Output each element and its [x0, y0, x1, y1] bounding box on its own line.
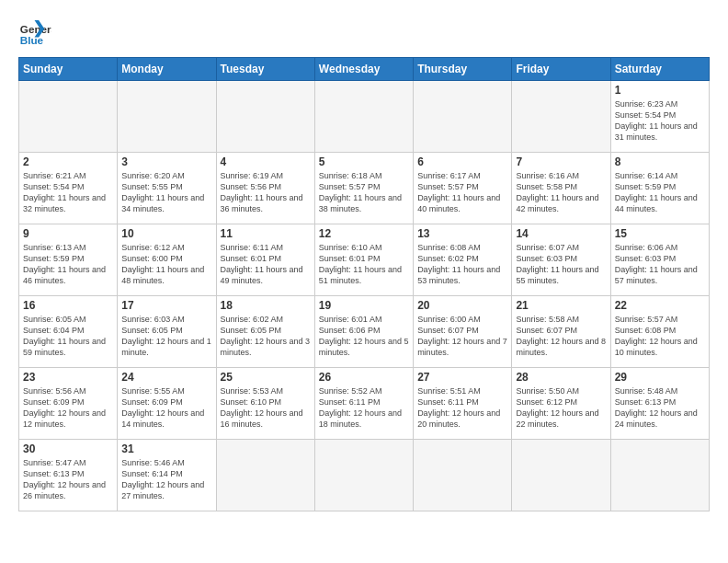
day-number: 15 — [615, 227, 705, 240]
day-number: 11 — [221, 227, 311, 240]
day-info: Sunrise: 6:14 AM Sunset: 5:59 PM Dayligh… — [615, 170, 705, 215]
day-info: Sunrise: 5:53 AM Sunset: 6:10 PM Dayligh… — [221, 385, 311, 431]
calendar-week-5: 23Sunrise: 5:56 AM Sunset: 6:09 PM Dayli… — [19, 368, 710, 440]
day-info: Sunrise: 5:58 AM Sunset: 6:07 PM Dayligh… — [516, 314, 606, 359]
day-info: Sunrise: 6:02 AM Sunset: 6:05 PM Dayligh… — [221, 314, 311, 359]
calendar-cell — [314, 440, 413, 511]
weekday-header-tuesday: Tuesday — [216, 58, 314, 81]
day-number: 9 — [23, 227, 113, 240]
calendar-cell: 12Sunrise: 6:10 AM Sunset: 6:01 PM Dayli… — [314, 224, 413, 296]
calendar-cell: 4Sunrise: 6:19 AM Sunset: 5:56 PM Daylig… — [216, 153, 314, 224]
day-info: Sunrise: 6:16 AM Sunset: 5:58 PM Dayligh… — [516, 170, 606, 215]
header: General Blue — [18, 15, 710, 48]
day-number: 14 — [516, 227, 606, 240]
day-number: 28 — [516, 371, 606, 384]
day-info: Sunrise: 6:08 AM Sunset: 6:02 PM Dayligh… — [417, 242, 507, 287]
calendar-cell: 26Sunrise: 5:52 AM Sunset: 6:11 PM Dayli… — [314, 368, 413, 440]
calendar-cell: 29Sunrise: 5:48 AM Sunset: 6:13 PM Dayli… — [610, 368, 709, 440]
day-number: 30 — [23, 442, 113, 455]
calendar-cell — [216, 440, 314, 511]
day-number: 8 — [615, 155, 705, 168]
calendar-cell: 24Sunrise: 5:55 AM Sunset: 6:09 PM Dayli… — [118, 368, 216, 440]
calendar-cell: 16Sunrise: 6:05 AM Sunset: 6:04 PM Dayli… — [19, 296, 118, 368]
day-number: 13 — [417, 227, 507, 240]
svg-text:Blue: Blue — [20, 34, 44, 46]
day-info: Sunrise: 5:51 AM Sunset: 6:11 PM Dayligh… — [417, 385, 507, 431]
calendar-cell: 8Sunrise: 6:14 AM Sunset: 5:59 PM Daylig… — [610, 153, 709, 224]
day-info: Sunrise: 6:05 AM Sunset: 6:04 PM Dayligh… — [23, 314, 113, 359]
calendar-cell: 1Sunrise: 6:23 AM Sunset: 5:54 PM Daylig… — [610, 81, 709, 153]
calendar-cell: 17Sunrise: 6:03 AM Sunset: 6:05 PM Dayli… — [118, 296, 216, 368]
day-info: Sunrise: 5:56 AM Sunset: 6:09 PM Dayligh… — [23, 385, 113, 431]
logo-icon: General Blue — [18, 15, 51, 48]
day-number: 3 — [121, 155, 211, 168]
day-number: 23 — [23, 371, 113, 384]
day-number: 12 — [319, 227, 409, 240]
calendar-cell — [414, 81, 512, 153]
day-number: 17 — [121, 299, 211, 312]
calendar-cell: 15Sunrise: 6:06 AM Sunset: 6:03 PM Dayli… — [610, 224, 709, 296]
day-info: Sunrise: 6:12 AM Sunset: 6:00 PM Dayligh… — [121, 242, 211, 287]
calendar-cell — [118, 81, 216, 153]
weekday-header-monday: Monday — [118, 58, 216, 81]
day-info: Sunrise: 6:11 AM Sunset: 6:01 PM Dayligh… — [221, 242, 311, 287]
day-info: Sunrise: 6:19 AM Sunset: 5:56 PM Dayligh… — [221, 170, 311, 215]
calendar-cell: 7Sunrise: 6:16 AM Sunset: 5:58 PM Daylig… — [512, 153, 610, 224]
day-number: 16 — [23, 299, 113, 312]
day-number: 1 — [615, 84, 705, 97]
day-info: Sunrise: 5:50 AM Sunset: 6:12 PM Dayligh… — [516, 385, 606, 431]
calendar-cell: 10Sunrise: 6:12 AM Sunset: 6:00 PM Dayli… — [118, 224, 216, 296]
day-number: 6 — [417, 155, 507, 168]
calendar-cell — [512, 81, 610, 153]
calendar-cell: 3Sunrise: 6:20 AM Sunset: 5:55 PM Daylig… — [118, 153, 216, 224]
calendar-cell: 31Sunrise: 5:46 AM Sunset: 6:14 PM Dayli… — [118, 440, 216, 511]
calendar-cell: 23Sunrise: 5:56 AM Sunset: 6:09 PM Dayli… — [19, 368, 118, 440]
day-info: Sunrise: 6:00 AM Sunset: 6:07 PM Dayligh… — [417, 314, 507, 359]
weekday-header-row: SundayMondayTuesdayWednesdayThursdayFrid… — [19, 58, 710, 81]
day-info: Sunrise: 5:48 AM Sunset: 6:13 PM Dayligh… — [615, 385, 705, 431]
day-number: 25 — [221, 371, 311, 384]
weekday-header-sunday: Sunday — [19, 58, 118, 81]
day-number: 2 — [23, 155, 113, 168]
calendar-week-4: 16Sunrise: 6:05 AM Sunset: 6:04 PM Dayli… — [19, 296, 710, 368]
day-info: Sunrise: 5:57 AM Sunset: 6:08 PM Dayligh… — [615, 314, 705, 359]
day-number: 24 — [121, 371, 211, 384]
calendar-cell — [314, 81, 413, 153]
calendar-cell — [512, 440, 610, 511]
weekday-header-saturday: Saturday — [610, 58, 709, 81]
day-number: 4 — [221, 155, 311, 168]
day-info: Sunrise: 6:17 AM Sunset: 5:57 PM Dayligh… — [417, 170, 507, 215]
day-number: 31 — [121, 442, 211, 455]
day-info: Sunrise: 6:03 AM Sunset: 6:05 PM Dayligh… — [121, 314, 211, 359]
day-number: 18 — [221, 299, 311, 312]
day-number: 21 — [516, 299, 606, 312]
day-info: Sunrise: 5:52 AM Sunset: 6:11 PM Dayligh… — [319, 385, 409, 431]
calendar-cell: 5Sunrise: 6:18 AM Sunset: 5:57 PM Daylig… — [314, 153, 413, 224]
day-number: 7 — [516, 155, 606, 168]
weekday-header-wednesday: Wednesday — [314, 58, 413, 81]
calendar-cell: 19Sunrise: 6:01 AM Sunset: 6:06 PM Dayli… — [314, 296, 413, 368]
day-number: 19 — [319, 299, 409, 312]
calendar-cell: 25Sunrise: 5:53 AM Sunset: 6:10 PM Dayli… — [216, 368, 314, 440]
calendar-cell: 6Sunrise: 6:17 AM Sunset: 5:57 PM Daylig… — [414, 153, 512, 224]
calendar-cell: 11Sunrise: 6:11 AM Sunset: 6:01 PM Dayli… — [216, 224, 314, 296]
calendar-week-1: 1Sunrise: 6:23 AM Sunset: 5:54 PM Daylig… — [19, 81, 710, 153]
calendar-cell: 9Sunrise: 6:13 AM Sunset: 5:59 PM Daylig… — [19, 224, 118, 296]
day-info: Sunrise: 6:07 AM Sunset: 6:03 PM Dayligh… — [516, 242, 606, 287]
day-info: Sunrise: 5:46 AM Sunset: 6:14 PM Dayligh… — [121, 457, 211, 502]
day-number: 27 — [417, 371, 507, 384]
day-info: Sunrise: 6:18 AM Sunset: 5:57 PM Dayligh… — [319, 170, 409, 215]
page: General Blue SundayMondayTuesdayWednesda… — [0, 0, 728, 563]
logo: General Blue — [18, 15, 57, 48]
weekday-header-thursday: Thursday — [414, 58, 512, 81]
calendar-week-6: 30Sunrise: 5:47 AM Sunset: 6:13 PM Dayli… — [19, 440, 710, 511]
calendar-cell: 28Sunrise: 5:50 AM Sunset: 6:12 PM Dayli… — [512, 368, 610, 440]
day-info: Sunrise: 6:10 AM Sunset: 6:01 PM Dayligh… — [319, 242, 409, 287]
calendar-cell: 22Sunrise: 5:57 AM Sunset: 6:08 PM Dayli… — [610, 296, 709, 368]
calendar-cell: 20Sunrise: 6:00 AM Sunset: 6:07 PM Dayli… — [414, 296, 512, 368]
calendar-cell: 13Sunrise: 6:08 AM Sunset: 6:02 PM Dayli… — [414, 224, 512, 296]
calendar-cell — [610, 440, 709, 511]
calendar-cell: 27Sunrise: 5:51 AM Sunset: 6:11 PM Dayli… — [414, 368, 512, 440]
calendar-cell: 18Sunrise: 6:02 AM Sunset: 6:05 PM Dayli… — [216, 296, 314, 368]
calendar-cell: 14Sunrise: 6:07 AM Sunset: 6:03 PM Dayli… — [512, 224, 610, 296]
